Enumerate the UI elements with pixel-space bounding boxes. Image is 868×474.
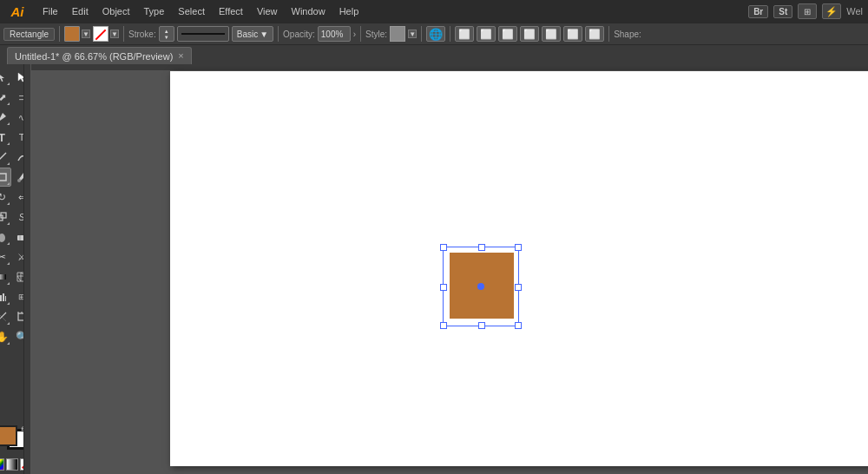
fill-dropdown-arrow[interactable]: ▼: [82, 30, 90, 38]
artboard-tool[interactable]: [12, 307, 24, 326]
menu-type[interactable]: Type: [138, 4, 171, 18]
scale-tool[interactable]: [0, 207, 11, 227]
scissors-tool[interactable]: ✂: [0, 247, 11, 267]
globe-icon[interactable]: 🌐: [426, 26, 445, 42]
touch-type-tool[interactable]: T: [12, 128, 24, 147]
data-merge-tool[interactable]: ⊞: [12, 287, 24, 306]
align-right-icon[interactable]: ⬜: [498, 26, 517, 42]
align-left-icon[interactable]: ⬜: [455, 26, 474, 42]
sep2: [123, 26, 124, 42]
stroke-dropdown-arrow[interactable]: ▼: [110, 30, 119, 38]
svg-rect-11: [0, 295, 2, 301]
blob-brush-tool[interactable]: [0, 227, 11, 247]
magic-wand-tool[interactable]: ⬆: [0, 88, 11, 107]
stock-button[interactable]: St: [773, 5, 792, 18]
style-swatch[interactable]: [390, 26, 405, 42]
stroke-style-arrow: ▼: [260, 30, 268, 39]
svg-rect-2: [0, 174, 6, 181]
selected-object[interactable]: [443, 247, 519, 326]
menu-help[interactable]: Help: [333, 4, 365, 18]
align-center-v-icon[interactable]: ⬜: [542, 26, 561, 42]
stroke-style-label: Basic: [237, 30, 258, 39]
align-bottom-icon[interactable]: ⬜: [563, 26, 582, 42]
slice-tool[interactable]: [0, 307, 11, 326]
svg-rect-16: [18, 313, 24, 320]
artboard: [170, 71, 868, 466]
stroke-arrows[interactable]: ▲ ▼: [159, 26, 174, 42]
ruler-vertical: [24, 64, 31, 474]
rectangle-tool[interactable]: [0, 168, 11, 187]
tool-name-label: Rectangle: [3, 28, 55, 41]
toolbox: ⬆ ⊃ ∿ T T: [0, 64, 24, 474]
title-menus: File Edit Object Type Select Effect View…: [36, 4, 741, 18]
svg-rect-7: [17, 235, 24, 240]
bridge-button[interactable]: Br: [748, 5, 768, 18]
select-tool[interactable]: [0, 68, 11, 87]
apps-grid-icon[interactable]: ⊞: [798, 3, 817, 19]
stroke-icon[interactable]: [93, 26, 108, 42]
opacity-chevron[interactable]: ›: [353, 30, 356, 39]
curvature-tool[interactable]: ∿: [12, 108, 24, 127]
type-tool[interactable]: T: [0, 128, 11, 147]
stroke-style-dropdown[interactable]: Basic ▼: [232, 26, 273, 42]
menu-window[interactable]: Window: [286, 4, 332, 18]
canvas-area[interactable]: [24, 64, 868, 474]
rect-fill: [450, 253, 514, 319]
tool-row-scissors: ✂ ⚔: [0, 247, 24, 267]
sep1: [59, 26, 60, 42]
menu-view[interactable]: View: [251, 4, 284, 18]
title-bar: Ai File Edit Object Type Select Effect V…: [0, 0, 868, 23]
well-text: Wel: [846, 6, 863, 16]
fill-swatch[interactable]: [0, 425, 17, 446]
style-arrow[interactable]: ▼: [408, 30, 417, 38]
knife-tool[interactable]: ⚔: [12, 247, 24, 267]
tool-row-select: [0, 68, 24, 87]
rotate-tool[interactable]: ↻: [0, 188, 11, 207]
fill-stroke-area: ⇆: [0, 425, 24, 457]
color-mode-btn[interactable]: [0, 458, 4, 471]
shear-tool[interactable]: S: [12, 207, 24, 227]
sep7: [608, 26, 609, 42]
align-center-h-icon[interactable]: ⬜: [477, 26, 496, 42]
pen-tool[interactable]: [0, 108, 11, 127]
distribute-icon[interactable]: ⬜: [585, 26, 604, 42]
menu-select[interactable]: Select: [172, 4, 211, 18]
chart-tool[interactable]: [0, 287, 11, 306]
eraser-tool[interactable]: [12, 227, 24, 247]
stroke-label: Stroke:: [128, 30, 156, 39]
gradient-tool[interactable]: [0, 267, 11, 286]
paintbrush-tool[interactable]: [12, 168, 24, 187]
gradient-mode-btn[interactable]: [6, 458, 18, 471]
tool-row-line: [0, 148, 24, 167]
menu-effect[interactable]: Effect: [213, 4, 249, 18]
menu-edit[interactable]: Edit: [66, 4, 95, 18]
line-tool[interactable]: [0, 148, 11, 167]
menu-file[interactable]: File: [36, 4, 64, 18]
svg-rect-13: [5, 296, 6, 301]
sync-icon[interactable]: ⚡: [822, 3, 841, 19]
hand-tool[interactable]: ✋: [0, 327, 11, 346]
zoom-tool[interactable]: 🔍: [12, 327, 24, 346]
mesh-tool[interactable]: [12, 267, 24, 286]
ruler-horizontal: [24, 64, 868, 71]
direct-select-tool[interactable]: [12, 68, 24, 87]
menu-object[interactable]: Object: [96, 4, 136, 18]
sep4: [360, 26, 361, 42]
tool-row-wand: ⬆ ⊃: [0, 88, 24, 107]
svg-point-6: [0, 234, 5, 242]
tab-close-button[interactable]: ×: [178, 51, 183, 61]
opacity-input[interactable]: [318, 26, 351, 42]
main-area: ⬆ ⊃ ∿ T T: [0, 64, 868, 474]
align-top-icon[interactable]: ⬜: [520, 26, 539, 42]
tab-bar: Untitled-1* @ 66.67% (RGB/Preview) ×: [0, 45, 868, 64]
arc-tool[interactable]: [12, 148, 24, 167]
fill-color-swatch[interactable]: [64, 26, 80, 42]
svg-line-1: [0, 153, 6, 161]
lasso-tool[interactable]: ⊃: [12, 88, 24, 107]
tool-row-rotate: ↻ ⇔: [0, 188, 24, 207]
svg-line-14: [0, 313, 6, 321]
tab-title: Untitled-1* @ 66.67% (RGB/Preview): [15, 51, 173, 62]
reflect-tool[interactable]: ⇔: [12, 188, 24, 207]
document-tab[interactable]: Untitled-1* @ 66.67% (RGB/Preview) ×: [7, 47, 192, 64]
toolbar: Rectangle ▼ ▼ Stroke: ▲ ▼ Basic ▼ Opacit…: [0, 23, 868, 45]
